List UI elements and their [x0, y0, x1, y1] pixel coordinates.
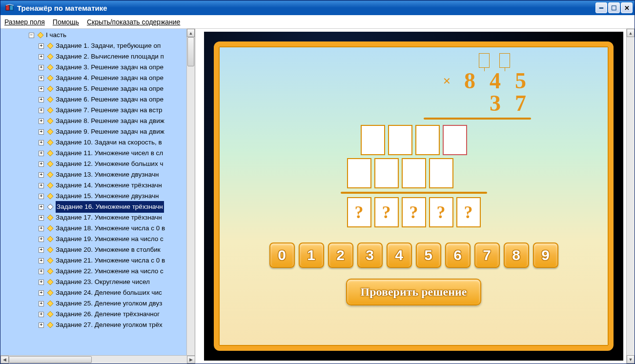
scroll-up-icon[interactable]: ▲: [187, 29, 195, 37]
tree-item-label: Задание 25. Деление уголком двуз: [56, 298, 162, 309]
scrollbar-thumb[interactable]: [187, 37, 194, 66]
scroll-up-icon[interactable]: ▲: [627, 29, 635, 37]
expand-icon[interactable]: +: [39, 97, 44, 102]
check-solution-button[interactable]: Проверить решение: [346, 279, 482, 305]
answer-cell[interactable]: [361, 125, 385, 155]
tree-item[interactable]: +Задание 9. Решение задач на движ: [0, 126, 186, 137]
expand-icon[interactable]: +: [39, 301, 44, 306]
tree-item[interactable]: +Задание 24. Деление больших чис: [0, 287, 186, 298]
expand-icon[interactable]: +: [39, 162, 44, 167]
expand-icon[interactable]: +: [39, 108, 44, 113]
tree-item[interactable]: +Задание 16. Умножение трёхзначн: [0, 202, 186, 212]
tree-item[interactable]: +Задание 17. Умножение трёхзначн: [0, 212, 186, 223]
tree-item[interactable]: +Задание 22. Умножение на число с: [0, 266, 186, 277]
result-cell[interactable]: ?: [402, 197, 426, 227]
expand-icon[interactable]: +: [39, 86, 44, 92]
expand-icon[interactable]: +: [39, 194, 44, 199]
scrollbar-thumb[interactable]: [9, 356, 92, 363]
tree-item[interactable]: +Задание 13. Умножение двузначн: [0, 169, 186, 180]
tree-root[interactable]: −I часть: [0, 30, 186, 40]
tree-item[interactable]: +Задание 19. Умножение на число с: [0, 234, 186, 244]
expand-icon[interactable]: +: [39, 204, 44, 210]
keypad-8[interactable]: 8: [504, 243, 529, 268]
tree-item[interactable]: +Задание 26. Деление трёхзначног: [0, 309, 186, 320]
tree-item[interactable]: +Задание 25. Деление уголком двуз: [0, 298, 186, 309]
tree-item[interactable]: +Задание 15. Умножение двузначн: [0, 191, 186, 202]
carry-box[interactable]: [479, 53, 490, 68]
keypad-1[interactable]: 1: [299, 243, 324, 268]
scroll-right-icon[interactable]: ▶: [187, 356, 195, 364]
keypad-3[interactable]: 3: [357, 243, 383, 268]
tree-item[interactable]: +Задание 18. Умножение числа с 0 в: [0, 223, 186, 234]
svg-marker-2: [38, 32, 43, 38]
expand-icon[interactable]: +: [39, 129, 44, 135]
carry-box[interactable]: [499, 53, 510, 68]
tree-item[interactable]: +Задание 20. Умножение в столбик: [0, 244, 186, 255]
menu-help[interactable]: Помощь: [53, 18, 79, 26]
minimize-button[interactable]: ━: [595, 2, 607, 13]
tree-item[interactable]: +Задание 2. Вычисление площади п: [0, 51, 186, 62]
keypad-5[interactable]: 5: [416, 243, 441, 268]
result-cell[interactable]: ?: [347, 197, 371, 227]
keypad-0[interactable]: 0: [269, 243, 295, 268]
result-cell[interactable]: ?: [429, 197, 453, 227]
expand-icon[interactable]: +: [39, 151, 44, 156]
expand-icon[interactable]: +: [39, 183, 44, 188]
tree-item[interactable]: +Задание 27. Деление уголком трёх: [0, 320, 186, 330]
keypad-2[interactable]: 2: [328, 243, 353, 268]
answer-cell[interactable]: [402, 158, 426, 188]
expand-icon[interactable]: +: [39, 269, 44, 274]
tree-item[interactable]: +Задание 10. Задачи на скорость, в: [0, 137, 186, 148]
close-button[interactable]: ✕: [621, 2, 633, 13]
keypad-6[interactable]: 6: [445, 243, 471, 268]
collapse-icon[interactable]: −: [29, 33, 34, 38]
answer-cell[interactable]: [415, 125, 440, 155]
answer-cell[interactable]: [388, 125, 412, 155]
answer-cell[interactable]: [429, 158, 453, 188]
scroll-down-icon[interactable]: ▼: [627, 355, 635, 364]
tree-item[interactable]: +Задание 23. Округление чисел: [0, 277, 186, 287]
expand-icon[interactable]: +: [39, 76, 44, 81]
result-cell[interactable]: ?: [456, 197, 481, 227]
result-cell[interactable]: ?: [374, 197, 399, 227]
expand-icon[interactable]: +: [39, 323, 44, 328]
maximize-button[interactable]: ☐: [608, 2, 620, 13]
tree-item[interactable]: +Задание 6. Решение задач на опре: [0, 94, 186, 105]
answer-cell-active[interactable]: [443, 125, 467, 155]
expand-icon[interactable]: +: [39, 280, 44, 285]
sidebar-vertical-scrollbar[interactable]: ▲ ▼: [186, 29, 195, 364]
tree-item[interactable]: +Задание 12. Умножение больших ч: [0, 159, 186, 169]
menu-toggle-toc[interactable]: Скрыть/показать содержание: [87, 18, 180, 26]
answer-cell[interactable]: [374, 158, 399, 188]
expand-icon[interactable]: +: [39, 312, 44, 317]
expand-icon[interactable]: +: [39, 258, 44, 263]
tree-item[interactable]: +Задание 14. Умножение трёхзначн: [0, 180, 186, 191]
tree-item[interactable]: +Задание 1. Задачи, требующие оп: [0, 40, 186, 51]
expand-icon[interactable]: +: [39, 290, 44, 296]
keypad-4[interactable]: 4: [387, 243, 412, 268]
expand-icon[interactable]: +: [39, 172, 44, 178]
expand-icon[interactable]: +: [39, 226, 44, 231]
tree-item[interactable]: +Задание 3. Решение задач на опре: [0, 62, 186, 73]
tree-item[interactable]: +Задание 4. Решение задач на опре: [0, 73, 186, 83]
expand-icon[interactable]: +: [39, 140, 44, 145]
expand-icon[interactable]: +: [39, 247, 44, 253]
tree-item[interactable]: +Задание 21. Умножение числа с 0 в: [0, 255, 186, 266]
tree-item[interactable]: +Задание 7. Решение задач на встр: [0, 105, 186, 116]
expand-icon[interactable]: +: [39, 54, 44, 60]
tree-item[interactable]: +Задание 11. Умножение чисел в сл: [0, 148, 186, 159]
expand-icon[interactable]: +: [39, 237, 44, 242]
scroll-left-icon[interactable]: ◀: [0, 356, 9, 364]
tree-item[interactable]: +Задание 5. Решение задач на опре: [0, 83, 186, 94]
sidebar-horizontal-scrollbar[interactable]: ◀ ▶: [0, 355, 195, 364]
menu-field-size[interactable]: Размер поля: [4, 18, 45, 26]
expand-icon[interactable]: +: [39, 43, 44, 49]
keypad-7[interactable]: 7: [474, 243, 500, 268]
expand-icon[interactable]: +: [39, 119, 44, 124]
main-vertical-scrollbar[interactable]: ▲ ▼: [626, 29, 635, 364]
expand-icon[interactable]: +: [39, 65, 44, 70]
expand-icon[interactable]: +: [39, 215, 44, 221]
answer-cell[interactable]: [347, 158, 371, 188]
tree-item[interactable]: +Задание 8. Решение задач на движ: [0, 116, 186, 126]
keypad-9[interactable]: 9: [533, 243, 558, 268]
